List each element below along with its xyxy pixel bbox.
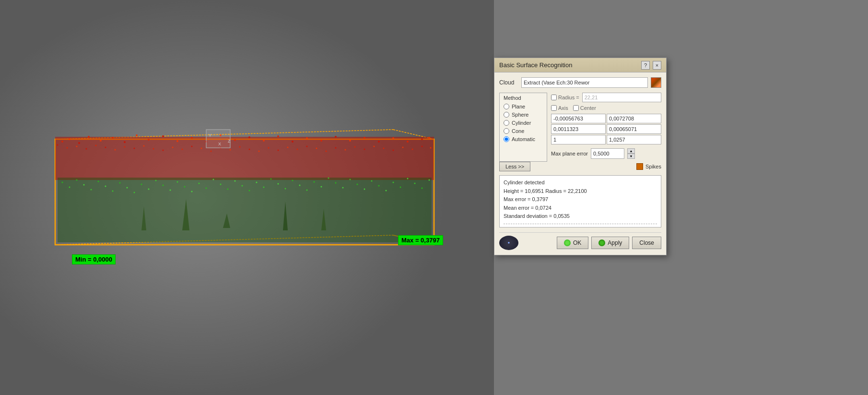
- point-cloud-svg: Y X Z: [0, 0, 494, 395]
- svg-point-114: [321, 186, 322, 188]
- svg-point-68: [354, 146, 356, 148]
- svg-point-53: [211, 151, 212, 152]
- svg-point-28: [320, 140, 322, 142]
- ok-icon: [564, 239, 571, 246]
- svg-point-127: [414, 183, 416, 184]
- radio-cylinder[interactable]: Cylinder: [504, 120, 543, 126]
- svg-point-91: [155, 180, 157, 181]
- svg-point-117: [342, 187, 344, 189]
- svg-point-81: [83, 184, 85, 186]
- svg-point-93: [170, 190, 171, 191]
- center-checkbox[interactable]: [573, 105, 579, 111]
- center-label: Center: [580, 105, 596, 111]
- svg-point-62: [297, 149, 298, 150]
- svg-point-87: [127, 187, 128, 189]
- svg-point-78: [62, 182, 63, 183]
- max-plane-error-input[interactable]: [591, 148, 624, 159]
- svg-point-58: [258, 151, 260, 152]
- result-area: Cylinder detected Height = 10,6951 Radiu…: [499, 175, 661, 227]
- svg-point-102: [235, 180, 236, 182]
- svg-point-46: [143, 145, 145, 147]
- radius-value-input[interactable]: [582, 93, 661, 102]
- data-cell-1: 0,0072708: [607, 114, 661, 123]
- result-line-3: Mean error = 0,0724: [504, 204, 657, 213]
- svg-point-36: [428, 137, 430, 139]
- radio-automatic-label: Automatic: [512, 136, 535, 142]
- spin-down-button[interactable]: ▼: [627, 154, 635, 159]
- svg-point-14: [124, 141, 126, 143]
- axis-checkbox[interactable]: [551, 105, 557, 111]
- svg-point-27: [306, 137, 308, 139]
- svg-point-118: [350, 179, 351, 180]
- svg-point-42: [105, 147, 106, 148]
- svg-point-37: [57, 144, 59, 146]
- svg-point-84: [105, 186, 106, 187]
- svg-point-26: [292, 141, 293, 143]
- svg-point-122: [378, 185, 380, 187]
- radio-plane[interactable]: Plane: [504, 104, 543, 109]
- apply-icon: [598, 239, 605, 246]
- svg-point-38: [67, 147, 68, 149]
- svg-point-15: [136, 134, 138, 136]
- cloud-icon[interactable]: [651, 77, 661, 88]
- close-title-button[interactable]: ×: [653, 61, 661, 70]
- svg-point-34: [407, 141, 409, 143]
- cloud-input[interactable]: [521, 77, 648, 88]
- max-plane-error-row: Max plane error ▲ ▼: [551, 148, 661, 159]
- svg-point-76: [430, 147, 432, 149]
- svg-point-112: [306, 190, 308, 191]
- radius-row: Radius =: [551, 93, 661, 102]
- svg-point-56: [239, 146, 241, 148]
- svg-point-50: [182, 149, 183, 150]
- svg-point-92: [163, 185, 164, 186]
- svg-point-86: [119, 182, 121, 184]
- svg-point-8: [61, 141, 63, 143]
- radio-cone-label: Cone: [512, 128, 524, 134]
- help-button[interactable]: ?: [641, 61, 650, 70]
- apply-button[interactable]: Apply: [591, 237, 629, 249]
- radius-checkbox-group: Radius =: [551, 95, 579, 100]
- basic-surface-recognition-dialog: Basic Surface Recognition ? × Cloud Meth…: [494, 58, 667, 255]
- svg-rect-7: [55, 137, 434, 180]
- svg-point-31: [364, 137, 365, 139]
- svg-point-30: [349, 140, 351, 142]
- svg-text:X: X: [218, 142, 221, 146]
- svg-point-103: [242, 185, 243, 187]
- less-spikes-row: Less >> Spikes: [499, 162, 661, 171]
- axis-center-row: Axis Center: [551, 105, 661, 111]
- radio-cone[interactable]: Cone: [504, 128, 543, 134]
- svg-point-121: [371, 180, 373, 182]
- svg-point-85: [112, 191, 114, 192]
- svg-point-116: [335, 182, 337, 184]
- less-button[interactable]: Less >>: [499, 162, 530, 171]
- radio-sphere[interactable]: Sphere: [504, 112, 543, 118]
- apply-label: Apply: [608, 239, 622, 246]
- axis-label: Axis: [558, 105, 568, 111]
- footer-logo: ●: [499, 236, 518, 250]
- svg-point-125: [400, 187, 401, 188]
- spin-up-button[interactable]: ▲: [627, 148, 635, 154]
- svg-point-90: [148, 189, 150, 190]
- svg-point-61: [287, 147, 289, 148]
- right-panel: Radius = Axis Center: [551, 93, 661, 162]
- svg-point-101: [227, 189, 229, 190]
- svg-point-73: [402, 147, 404, 148]
- svg-point-9: [69, 138, 70, 140]
- radius-checkbox[interactable]: [551, 95, 557, 100]
- svg-point-70: [374, 146, 375, 147]
- ok-button[interactable]: OK: [557, 237, 588, 249]
- svg-point-123: [386, 190, 387, 192]
- radio-automatic[interactable]: Automatic: [504, 136, 543, 142]
- dialog-titlebar: Basic Surface Recognition ? ×: [494, 58, 666, 72]
- close-button[interactable]: Close: [632, 237, 661, 249]
- footer-icon-area: ●: [499, 236, 554, 250]
- svg-point-69: [364, 149, 365, 150]
- svg-point-12: [100, 140, 102, 142]
- svg-point-35: [421, 138, 423, 140]
- svg-point-109: [285, 188, 286, 190]
- svg-point-106: [263, 187, 265, 188]
- svg-point-128: [422, 188, 423, 189]
- spinner-buttons: ▲ ▼: [627, 148, 635, 159]
- svg-point-29: [335, 136, 337, 138]
- svg-point-98: [206, 188, 207, 189]
